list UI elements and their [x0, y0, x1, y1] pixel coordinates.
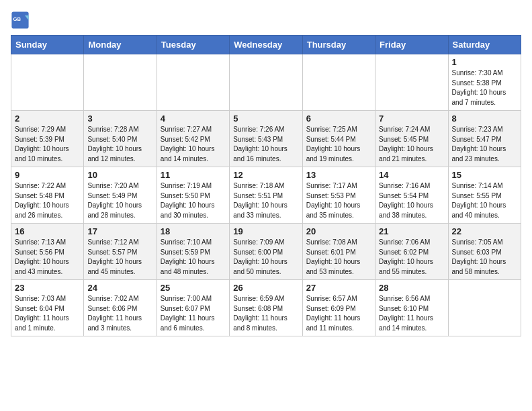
calendar-cell: 3Sunrise: 7:28 AM Sunset: 5:40 PM Daylig…	[84, 111, 157, 167]
day-number: 26	[233, 283, 298, 293]
day-number: 21	[379, 226, 444, 236]
calendar-week-row: 2Sunrise: 7:29 AM Sunset: 5:39 PM Daylig…	[11, 111, 521, 167]
day-info: Sunrise: 7:12 AM Sunset: 5:57 PM Dayligh…	[87, 238, 152, 277]
calendar-cell: 9Sunrise: 7:22 AM Sunset: 5:48 PM Daylig…	[11, 167, 84, 224]
calendar-cell: 25Sunrise: 7:00 AM Sunset: 6:07 PM Dayli…	[157, 280, 229, 336]
calendar-cell: 17Sunrise: 7:12 AM Sunset: 5:57 PM Dayli…	[84, 224, 157, 280]
calendar-cell: 10Sunrise: 7:20 AM Sunset: 5:49 PM Dayli…	[84, 167, 157, 224]
day-number: 24	[87, 283, 152, 293]
logo: GB	[11, 11, 32, 30]
weekday-header: Monday	[84, 36, 157, 54]
day-info: Sunrise: 6:57 AM Sunset: 6:09 PM Dayligh…	[306, 294, 371, 333]
calendar-cell: 27Sunrise: 6:57 AM Sunset: 6:09 PM Dayli…	[302, 280, 375, 336]
day-info: Sunrise: 7:25 AM Sunset: 5:44 PM Dayligh…	[306, 125, 371, 164]
day-info: Sunrise: 7:28 AM Sunset: 5:40 PM Dayligh…	[87, 125, 152, 164]
day-info: Sunrise: 7:24 AM Sunset: 5:45 PM Dayligh…	[379, 125, 444, 164]
day-number: 17	[87, 226, 152, 236]
day-info: Sunrise: 6:59 AM Sunset: 6:08 PM Dayligh…	[233, 294, 298, 333]
calendar-cell: 22Sunrise: 7:05 AM Sunset: 6:03 PM Dayli…	[448, 224, 521, 280]
calendar-cell: 24Sunrise: 7:02 AM Sunset: 6:06 PM Dayli…	[84, 280, 157, 336]
day-info: Sunrise: 7:17 AM Sunset: 5:53 PM Dayligh…	[306, 181, 371, 220]
weekday-header: Thursday	[302, 36, 375, 54]
day-number: 25	[161, 283, 226, 293]
calendar-cell: 5Sunrise: 7:26 AM Sunset: 5:43 PM Daylig…	[230, 111, 302, 167]
day-info: Sunrise: 7:29 AM Sunset: 5:39 PM Dayligh…	[15, 125, 80, 164]
calendar-cell: 14Sunrise: 7:16 AM Sunset: 5:54 PM Dayli…	[375, 167, 448, 224]
calendar-week-row: 23Sunrise: 7:03 AM Sunset: 6:04 PM Dayli…	[11, 280, 521, 336]
day-info: Sunrise: 7:18 AM Sunset: 5:51 PM Dayligh…	[233, 181, 298, 220]
logo-icon: GB	[11, 11, 30, 30]
calendar-cell: 26Sunrise: 6:59 AM Sunset: 6:08 PM Dayli…	[230, 280, 302, 336]
day-info: Sunrise: 7:00 AM Sunset: 6:07 PM Dayligh…	[161, 294, 226, 333]
day-number: 9	[15, 170, 80, 180]
day-info: Sunrise: 7:22 AM Sunset: 5:48 PM Dayligh…	[15, 181, 80, 220]
day-number: 14	[379, 170, 444, 180]
day-number: 19	[233, 226, 298, 236]
calendar-cell: 18Sunrise: 7:10 AM Sunset: 5:59 PM Dayli…	[157, 224, 229, 280]
day-number: 2	[15, 113, 80, 124]
day-info: Sunrise: 7:26 AM Sunset: 5:43 PM Dayligh…	[233, 125, 298, 164]
calendar-week-row: 1Sunrise: 7:30 AM Sunset: 5:38 PM Daylig…	[11, 54, 521, 111]
day-number: 27	[306, 283, 371, 293]
calendar-cell	[302, 54, 375, 111]
calendar-cell: 28Sunrise: 6:56 AM Sunset: 6:10 PM Dayli…	[375, 280, 448, 336]
day-number: 3	[87, 113, 152, 124]
calendar-cell: 13Sunrise: 7:17 AM Sunset: 5:53 PM Dayli…	[302, 167, 375, 224]
weekday-header: Saturday	[448, 36, 521, 54]
calendar-header-row: SundayMondayTuesdayWednesdayThursdayFrid…	[11, 36, 521, 54]
weekday-header: Tuesday	[157, 36, 229, 54]
day-number: 20	[306, 226, 371, 236]
day-number: 8	[452, 113, 517, 124]
day-number: 16	[15, 226, 80, 236]
calendar-cell: 15Sunrise: 7:14 AM Sunset: 5:55 PM Dayli…	[448, 167, 521, 224]
day-info: Sunrise: 7:09 AM Sunset: 6:00 PM Dayligh…	[233, 238, 298, 277]
day-number: 10	[87, 170, 152, 180]
calendar-cell: 7Sunrise: 7:24 AM Sunset: 5:45 PM Daylig…	[375, 111, 448, 167]
day-info: Sunrise: 7:23 AM Sunset: 5:47 PM Dayligh…	[452, 125, 517, 164]
calendar-cell: 21Sunrise: 7:06 AM Sunset: 6:02 PM Dayli…	[375, 224, 448, 280]
day-info: Sunrise: 7:10 AM Sunset: 5:59 PM Dayligh…	[161, 238, 226, 277]
day-info: Sunrise: 7:30 AM Sunset: 5:38 PM Dayligh…	[452, 68, 517, 107]
day-number: 18	[161, 226, 226, 236]
day-info: Sunrise: 7:16 AM Sunset: 5:54 PM Dayligh…	[379, 181, 444, 220]
day-number: 7	[379, 113, 444, 124]
page-header: GB	[11, 11, 521, 30]
day-number: 23	[15, 283, 80, 293]
day-number: 28	[379, 283, 444, 293]
calendar-cell: 11Sunrise: 7:19 AM Sunset: 5:50 PM Dayli…	[157, 167, 229, 224]
calendar-cell: 12Sunrise: 7:18 AM Sunset: 5:51 PM Dayli…	[230, 167, 302, 224]
day-number: 22	[452, 226, 517, 236]
calendar-cell: 8Sunrise: 7:23 AM Sunset: 5:47 PM Daylig…	[448, 111, 521, 167]
day-info: Sunrise: 6:56 AM Sunset: 6:10 PM Dayligh…	[379, 294, 444, 333]
day-info: Sunrise: 7:20 AM Sunset: 5:49 PM Dayligh…	[87, 181, 152, 220]
calendar-table: SundayMondayTuesdayWednesdayThursdayFrid…	[11, 35, 521, 336]
calendar-cell	[84, 54, 157, 111]
day-number: 13	[306, 170, 371, 180]
day-info: Sunrise: 7:05 AM Sunset: 6:03 PM Dayligh…	[452, 238, 517, 277]
day-info: Sunrise: 7:06 AM Sunset: 6:02 PM Dayligh…	[379, 238, 444, 277]
svg-text:GB: GB	[13, 16, 21, 22]
day-number: 15	[452, 170, 517, 180]
day-number: 5	[233, 113, 298, 124]
calendar-cell: 20Sunrise: 7:08 AM Sunset: 6:01 PM Dayli…	[302, 224, 375, 280]
weekday-header: Wednesday	[230, 36, 302, 54]
weekday-header: Friday	[375, 36, 448, 54]
day-info: Sunrise: 7:27 AM Sunset: 5:42 PM Dayligh…	[161, 125, 226, 164]
day-number: 11	[161, 170, 226, 180]
calendar-week-row: 9Sunrise: 7:22 AM Sunset: 5:48 PM Daylig…	[11, 167, 521, 224]
calendar-cell: 2Sunrise: 7:29 AM Sunset: 5:39 PM Daylig…	[11, 111, 84, 167]
day-number: 12	[233, 170, 298, 180]
calendar-cell: 19Sunrise: 7:09 AM Sunset: 6:00 PM Dayli…	[230, 224, 302, 280]
day-info: Sunrise: 7:03 AM Sunset: 6:04 PM Dayligh…	[15, 294, 80, 333]
weekday-header: Sunday	[11, 36, 84, 54]
day-number: 1	[452, 57, 517, 67]
day-number: 6	[306, 113, 371, 124]
calendar-cell	[11, 54, 84, 111]
calendar-cell	[375, 54, 448, 111]
calendar-cell	[157, 54, 229, 111]
calendar-week-row: 16Sunrise: 7:13 AM Sunset: 5:56 PM Dayli…	[11, 224, 521, 280]
day-info: Sunrise: 7:19 AM Sunset: 5:50 PM Dayligh…	[161, 181, 226, 220]
day-info: Sunrise: 7:14 AM Sunset: 5:55 PM Dayligh…	[452, 181, 517, 220]
day-number: 4	[161, 113, 226, 124]
calendar-cell	[448, 280, 521, 336]
